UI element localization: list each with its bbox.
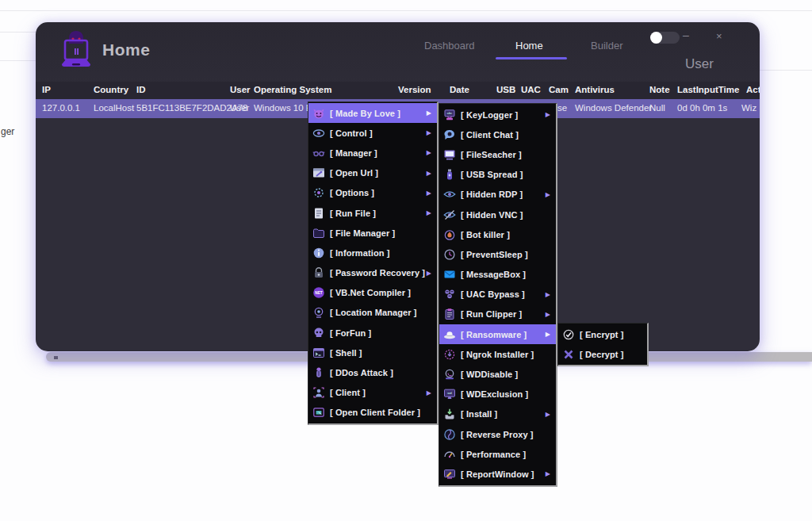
gauge-icon <box>443 448 456 461</box>
minimize-button[interactable]: – <box>683 29 689 41</box>
bomb-icon <box>312 366 325 379</box>
menu-item-run-file[interactable]: [ Run File ]▶ <box>308 203 437 223</box>
menu-item-label: [ Information ] <box>330 248 389 258</box>
submenu-arrow-icon: ▶ <box>427 129 434 136</box>
menu-item-decrypt[interactable]: [ Decrypt ] <box>558 344 647 364</box>
menu-item-label: [ WDExclusion ] <box>461 389 528 399</box>
menu-item-fileseacher[interactable]: [ FileSeacher ] <box>439 144 556 164</box>
envelope-icon <box>443 268 456 281</box>
menu-item-reportwindow[interactable]: [ ReportWindow ]▶ <box>439 464 556 484</box>
proxy-globe-icon <box>443 428 456 441</box>
submenu-arrow-icon: ▶ <box>427 270 434 277</box>
menu-item-control[interactable]: [ Control ]▶ <box>308 123 437 143</box>
menu-item-performance[interactable]: [ Performance ] <box>439 444 556 464</box>
report-monitor-icon <box>443 468 456 481</box>
column-user[interactable]: User <box>230 85 251 94</box>
menu-item-run-clipper[interactable]: [ Run Clipper ]▶ <box>439 305 556 324</box>
menu-item-client-chat[interactable]: [ Client Chat ] <box>439 125 556 144</box>
background-window-edge <box>0 10 812 11</box>
menu-item-label: [ Options ] <box>330 188 374 197</box>
menu-item-uac-bypass[interactable]: [ UAC Bypass ]▶ <box>439 285 556 305</box>
column-id[interactable]: ID <box>136 85 146 94</box>
menu-item-label: [ PreventSleep ] <box>461 250 528 259</box>
menu-item-label: [ Reverse Proxy ] <box>461 430 534 439</box>
theme-toggle[interactable] <box>650 32 680 44</box>
menu-item-wdexclusion[interactable]: wd[ WDExclusion ] <box>439 385 556 404</box>
menu-item-hidden-vnc[interactable]: [ Hidden VNC ] <box>439 205 556 224</box>
cell-note: Null <box>649 103 665 113</box>
menu-item-label: [ Performance ] <box>461 450 526 459</box>
menu-item-label: [ Ngrok Installer ] <box>461 350 534 359</box>
menu-item-wddisable[interactable]: [ WDDisable ] <box>439 364 556 384</box>
column-lastinputtime[interactable]: LastInputTime <box>677 85 739 94</box>
menu-item-label: [ Control ] <box>330 128 373 138</box>
column-version[interactable]: Version <box>398 85 431 94</box>
menu-item-install[interactable]: [ Install ]▶ <box>439 404 556 424</box>
file-icon <box>312 207 325 220</box>
tab-dashboard[interactable]: Dashboard <box>424 40 475 52</box>
menu-item-usb-spread[interactable]: [ USB Spread ] <box>439 165 556 185</box>
hidden-eye-icon <box>443 188 456 201</box>
menu-item-preventsleep[interactable]: [ PreventSleep ] <box>439 244 556 264</box>
menu-item-label: [ Open Client Folder ] <box>330 408 420 417</box>
menu-item-open-client-folder[interactable]: [ Open Client Folder ] <box>308 403 437 423</box>
column-uac[interactable]: UAC <box>521 85 541 94</box>
menu-item-label: [ Shell ] <box>330 348 362 358</box>
column-cam[interactable]: Cam <box>549 85 569 94</box>
submenu-arrow-icon: ▶ <box>546 291 553 298</box>
menu-item-bot-killer[interactable]: [ Bot killer ] <box>439 224 556 244</box>
cell-user: User <box>230 103 249 113</box>
close-button[interactable]: × <box>716 30 722 42</box>
gear-download-icon <box>443 348 456 361</box>
menu-item-made-by-love[interactable]: [ Made By Love ]▶ <box>308 103 437 123</box>
column-antivirus[interactable]: Antivirus <box>575 85 615 94</box>
user-label: User <box>685 56 714 72</box>
menu-item-vb-net-compiler[interactable]: NET[ VB.Net Compiler ] <box>308 283 437 303</box>
menu-item-keylogger[interactable]: abc[ KeyLogger ]▶ <box>439 105 556 125</box>
webcam-icon <box>312 306 325 319</box>
clipboard-icon <box>443 308 456 320</box>
menu-item-manager[interactable]: [ Manager ]▶ <box>308 143 437 163</box>
menu-item-client[interactable]: [ Client ]▶ <box>308 383 437 403</box>
menu-item-password-recovery[interactable]: [ Password Recovery ]▶ <box>308 263 437 283</box>
monitor-icon: wd <box>443 388 456 400</box>
column-usb[interactable]: USB <box>496 85 515 94</box>
menu-item-label: [ VB.Net Compiler ] <box>330 288 411 297</box>
eye-slash-icon <box>443 209 456 221</box>
menu-item-information[interactable]: [ Information ] <box>308 243 437 262</box>
person-icon <box>312 386 325 399</box>
menu-item-forfun[interactable]: [ ForFun ] <box>308 323 437 343</box>
column-note[interactable]: Note <box>649 85 670 94</box>
column-act[interactable]: Act <box>746 85 760 94</box>
menu-item-reverse-proxy[interactable]: [ Reverse Proxy ] <box>439 424 556 444</box>
menu-item-ddos-attack[interactable]: [ DDos Attack ] <box>308 362 437 382</box>
devil-icon <box>312 107 325 120</box>
menu-item-label: [ Run Clipper ] <box>461 309 522 319</box>
column-ip[interactable]: IP <box>42 85 51 94</box>
column-operating-system[interactable]: Operating System <box>254 85 331 94</box>
menu-item-messagebox[interactable]: [ MessageBox ] <box>439 265 556 285</box>
menu-item-label: [ UAC Bypass ] <box>461 289 525 299</box>
menu-item-ransomware[interactable]: [ Ransomware ]▶ <box>439 324 556 344</box>
menu-item-encrypt[interactable]: [ Encrypt ] <box>558 324 647 344</box>
submenu-arrow-icon: ▶ <box>427 170 434 177</box>
menu-item-hidden-rdp[interactable]: [ Hidden RDP ]▶ <box>439 185 556 205</box>
background-window-edge <box>0 32 36 33</box>
cell-ip: 127.0.0.1 <box>42 103 80 113</box>
menu-item-options[interactable]: [ Options ]▶ <box>308 183 437 203</box>
column-country[interactable]: Country <box>94 85 128 94</box>
menu-item-location-manager[interactable]: [ Location Manager ] <box>308 303 437 323</box>
column-date[interactable]: Date <box>450 85 469 94</box>
menu-item-shell[interactable]: [ Shell ] <box>308 343 437 362</box>
menu-item-ngrok-installer[interactable]: [ Ngrok Installer ] <box>439 344 556 364</box>
table-header: IPCountryIDUserOperating SystemVersionDa… <box>36 82 760 99</box>
menu-item-label: [ Made By Love ] <box>330 109 400 118</box>
skulls-icon <box>443 288 456 301</box>
menu-item-open-url[interactable]: [ Open Url ]▶ <box>308 163 437 183</box>
menu-item-file-manager[interactable]: [ File Manager ] <box>308 223 437 243</box>
tab-home[interactable]: Home <box>515 40 543 52</box>
context-menu-primary: [ Made By Love ]▶[ Control ]▶[ Manager ]… <box>308 102 439 425</box>
computer-icon <box>443 148 456 161</box>
tab-builder[interactable]: Builder <box>591 40 622 52</box>
menu-item-label: [ Client Chat ] <box>461 130 519 140</box>
